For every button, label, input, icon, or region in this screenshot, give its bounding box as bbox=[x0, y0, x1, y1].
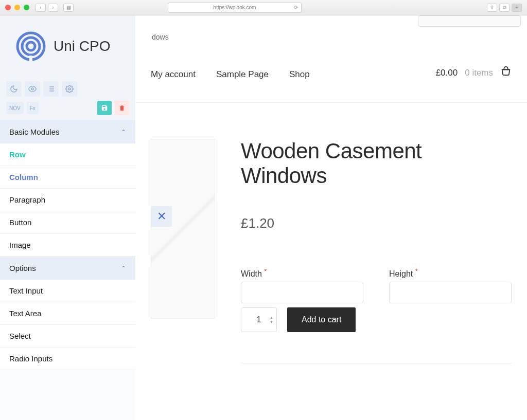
save-button[interactable] bbox=[97, 101, 112, 115]
module-radio-inputs[interactable]: Radio Inputs bbox=[0, 348, 135, 370]
svg-point-4 bbox=[31, 88, 33, 90]
cart-area[interactable]: £0.00 0 items bbox=[436, 66, 512, 80]
product-image: ✕ bbox=[151, 139, 215, 319]
add-to-cart-button[interactable]: Add to cart bbox=[287, 307, 356, 332]
url-bar[interactable]: https://wplook.com ⟳ bbox=[168, 3, 302, 13]
cart-row: 1 ▲▼ Add to cart bbox=[241, 307, 512, 332]
traffic-lights bbox=[5, 5, 29, 10]
url-text: https://wplook.com bbox=[214, 5, 256, 10]
module-paragraph[interactable]: Paragraph bbox=[0, 189, 135, 211]
browser-nav: ‹ › bbox=[36, 4, 58, 12]
maximize-window-icon[interactable] bbox=[24, 5, 29, 10]
builder-sidebar: Uni CPO NOV Fx Basic Modules ⌃ Row Colum… bbox=[0, 15, 135, 420]
module-text-input[interactable]: Text Input bbox=[0, 280, 135, 302]
product-area: ✕ Wooden Casement Windows £1.20 Width * … bbox=[135, 103, 527, 379]
product-price: £1.20 bbox=[241, 215, 512, 231]
nav-shop[interactable]: Shop bbox=[289, 69, 310, 80]
divider bbox=[241, 363, 512, 363]
options-list: Text Input Text Area Select Radio Inputs bbox=[0, 280, 135, 370]
site-header: My account Sample Page Shop £0.00 0 item… bbox=[135, 15, 527, 103]
add-tab-icon[interactable]: + bbox=[512, 4, 522, 12]
section-basic-modules[interactable]: Basic Modules ⌃ bbox=[0, 120, 135, 143]
module-text-area[interactable]: Text Area bbox=[0, 302, 135, 325]
module-column[interactable]: Column bbox=[0, 166, 135, 189]
list-icon[interactable] bbox=[43, 81, 59, 97]
width-label: Width * bbox=[241, 267, 363, 279]
module-image[interactable]: Image bbox=[0, 234, 135, 257]
sidebar-toggle-icon[interactable]: ▦ bbox=[63, 4, 74, 12]
height-input[interactable] bbox=[389, 282, 512, 303]
basic-modules-list: Row Column Paragraph Button Image bbox=[0, 143, 135, 257]
product-options: Width * Height * bbox=[241, 267, 512, 303]
logo-icon bbox=[15, 31, 46, 62]
refresh-icon[interactable]: ⟳ bbox=[294, 5, 298, 10]
nav-links: My account Sample Page Shop bbox=[151, 69, 310, 80]
required-mark: * bbox=[264, 267, 267, 275]
option-height: Height * bbox=[389, 267, 512, 303]
moon-icon[interactable] bbox=[6, 81, 22, 97]
delete-button[interactable] bbox=[115, 101, 129, 115]
quantity-stepper[interactable]: 1 ▲▼ bbox=[241, 307, 277, 332]
quantity-value: 1 bbox=[257, 315, 261, 324]
cart-items-count: 0 items bbox=[465, 68, 493, 78]
product-title: Wooden Casement Windows bbox=[241, 139, 512, 189]
page-content: My account Sample Page Shop £0.00 0 item… bbox=[135, 15, 527, 420]
section-label: Options bbox=[9, 264, 36, 272]
minimize-window-icon[interactable] bbox=[14, 5, 20, 10]
module-row[interactable]: Row bbox=[0, 143, 135, 166]
height-label: Height * bbox=[389, 267, 512, 279]
cart-price: £0.00 bbox=[436, 68, 458, 78]
svg-point-1 bbox=[22, 38, 40, 55]
nav-sample-page[interactable]: Sample Page bbox=[216, 69, 269, 80]
section-label: Basic Modules bbox=[9, 127, 60, 136]
back-button[interactable]: ‹ bbox=[36, 4, 46, 12]
sidebar-toolbar bbox=[0, 77, 135, 99]
browser-chrome: ‹ › ▦ https://wplook.com ⟳ ⇪ ⧉ + bbox=[0, 0, 527, 15]
option-width: Width * bbox=[241, 267, 363, 303]
sidebar-toolbar-2: NOV Fx bbox=[0, 99, 135, 120]
svg-point-2 bbox=[27, 42, 35, 50]
forward-button[interactable]: › bbox=[48, 4, 58, 12]
tag-fx[interactable]: Fx bbox=[27, 102, 39, 114]
product-details: Wooden Casement Windows £1.20 Width * He… bbox=[241, 139, 512, 363]
gear-icon[interactable] bbox=[62, 81, 77, 97]
share-icon[interactable]: ⇪ bbox=[487, 4, 497, 12]
nav-my-account[interactable]: My account bbox=[151, 69, 196, 80]
svg-point-11 bbox=[68, 88, 71, 90]
spinner-icon[interactable]: ▲▼ bbox=[270, 316, 273, 324]
tabs-icon[interactable]: ⧉ bbox=[499, 4, 510, 12]
required-mark: * bbox=[415, 267, 418, 275]
logo: Uni CPO bbox=[0, 15, 135, 77]
section-options[interactable]: Options ⌃ bbox=[0, 257, 135, 280]
cart-icon[interactable] bbox=[500, 66, 512, 80]
tag-nov[interactable]: NOV bbox=[6, 102, 24, 114]
chevron-up-icon: ⌃ bbox=[121, 129, 126, 136]
close-icon[interactable]: ✕ bbox=[151, 206, 172, 227]
eye-icon[interactable] bbox=[25, 81, 40, 97]
logo-text: Uni CPO bbox=[54, 38, 110, 54]
chevron-up-icon: ⌃ bbox=[121, 265, 126, 272]
module-button[interactable]: Button bbox=[0, 211, 135, 234]
close-window-icon[interactable] bbox=[5, 5, 11, 10]
width-input[interactable] bbox=[241, 282, 363, 303]
module-select[interactable]: Select bbox=[0, 325, 135, 348]
svg-rect-3 bbox=[29, 56, 32, 62]
